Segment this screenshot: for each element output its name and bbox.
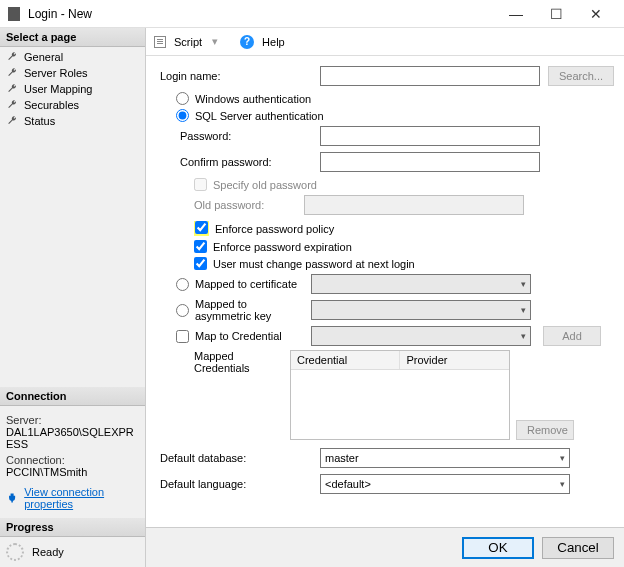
enforce-expiration-label: Enforce password expiration <box>213 241 352 253</box>
mapped-cert-combo[interactable]: ▾ <box>311 274 531 294</box>
chevron-down-icon: ▾ <box>521 331 526 341</box>
enforce-expiration-checkbox[interactable] <box>194 240 207 253</box>
specify-old-password-checkbox <box>194 178 207 191</box>
script-icon <box>154 36 166 48</box>
mapped-cert-label: Mapped to certificate <box>195 278 305 290</box>
must-change-label: User must change password at next login <box>213 258 415 270</box>
password-input[interactable] <box>320 126 540 146</box>
remove-button[interactable]: Remove <box>516 420 574 440</box>
maximize-button[interactable]: ☐ <box>536 0 576 28</box>
nav-status[interactable]: Status <box>0 113 145 129</box>
ok-button[interactable]: OK <box>462 537 534 559</box>
default-language-label: Default language: <box>160 478 290 490</box>
password-label: Password: <box>160 130 290 142</box>
must-change-row[interactable]: User must change password at next login <box>160 257 614 270</box>
page-nav: General Server Roles User Mapping Secura… <box>0 47 145 131</box>
windows-auth-radio-row[interactable]: Windows authentication <box>160 92 614 105</box>
mapped-cert-radio[interactable] <box>176 278 189 291</box>
confirm-password-label: Confirm password: <box>160 156 290 168</box>
chevron-down-icon: ▾ <box>521 305 526 315</box>
mapped-asym-row[interactable]: Mapped to asymmetric key ▾ <box>160 298 614 322</box>
windows-auth-label: Windows authentication <box>195 93 311 105</box>
map-credential-row[interactable]: Map to Credential ▾ Add <box>160 326 614 346</box>
nav-label: General <box>24 51 63 63</box>
default-database-combo[interactable]: master ▾ <box>320 448 570 468</box>
old-password-label: Old password: <box>160 199 290 211</box>
default-database-value: master <box>325 452 359 464</box>
map-credential-combo[interactable]: ▾ <box>311 326 531 346</box>
nav-label: Server Roles <box>24 67 88 79</box>
specify-old-password-row: Specify old password <box>160 178 614 191</box>
enforce-expiration-row[interactable]: Enforce password expiration <box>160 240 614 253</box>
sql-auth-label: SQL Server authentication <box>195 110 324 122</box>
default-language-combo[interactable]: <default> ▾ <box>320 474 570 494</box>
chevron-down-icon: ▾ <box>560 479 565 489</box>
enforce-policy-row[interactable]: Enforce password policy <box>160 221 614 236</box>
chevron-down-icon: ▾ <box>560 453 565 463</box>
confirm-password-input[interactable] <box>320 152 540 172</box>
map-credential-label: Map to Credential <box>195 330 305 342</box>
titlebar: Login - New — ☐ ✕ <box>0 0 624 28</box>
mapped-asym-label: Mapped to asymmetric key <box>195 298 305 322</box>
sql-auth-radio[interactable] <box>176 109 189 122</box>
progress-status: Ready <box>32 546 64 558</box>
enforce-policy-checkbox[interactable] <box>195 221 208 234</box>
search-button[interactable]: Search... <box>548 66 614 86</box>
map-credential-checkbox[interactable] <box>176 330 189 343</box>
window-title: Login - New <box>28 7 496 21</box>
nav-server-roles[interactable]: Server Roles <box>0 65 145 81</box>
progress-spinner-icon <box>6 543 24 561</box>
minimize-button[interactable]: — <box>496 0 536 28</box>
default-language-value: <default> <box>325 478 371 490</box>
view-connection-properties-link[interactable]: View connection properties <box>24 486 139 510</box>
col-credential: Credential <box>291 351 401 369</box>
connection-heading: Connection <box>0 387 145 406</box>
wrench-icon <box>6 99 18 111</box>
credentials-table: Credential Provider <box>290 350 510 440</box>
mapped-asym-combo[interactable]: ▾ <box>311 300 531 320</box>
must-change-checkbox[interactable] <box>194 257 207 270</box>
specify-old-password-label: Specify old password <box>213 179 317 191</box>
login-name-input[interactable] <box>320 66 540 86</box>
nav-label: User Mapping <box>24 83 92 95</box>
mapped-credentials-label: Mapped Credentials <box>160 350 290 374</box>
windows-auth-radio[interactable] <box>176 92 189 105</box>
help-icon: ? <box>240 35 254 49</box>
server-label: Server: <box>6 414 139 426</box>
default-database-label: Default database: <box>160 452 290 464</box>
progress-heading: Progress <box>0 518 145 537</box>
chevron-down-icon: ▾ <box>521 279 526 289</box>
wrench-icon <box>6 83 18 95</box>
enforce-policy-label: Enforce password policy <box>215 223 334 235</box>
wrench-icon <box>6 51 18 63</box>
add-button[interactable]: Add <box>543 326 601 346</box>
connection-icon <box>6 491 18 505</box>
server-value: DAL1LAP3650\SQLEXPRESS <box>6 426 139 450</box>
script-button[interactable]: Script <box>174 36 202 48</box>
old-password-input <box>304 195 524 215</box>
nav-label: Status <box>24 115 55 127</box>
nav-label: Securables <box>24 99 79 111</box>
col-provider: Provider <box>400 351 509 369</box>
nav-securables[interactable]: Securables <box>0 97 145 113</box>
connection-value: PCCIN\TMSmith <box>6 466 139 478</box>
wrench-icon <box>6 115 18 127</box>
login-name-label: Login name: <box>160 70 290 82</box>
mapped-cert-row[interactable]: Mapped to certificate ▾ <box>160 274 614 294</box>
connection-label: Connection: <box>6 454 139 466</box>
select-page-heading: Select a page <box>0 28 145 47</box>
nav-user-mapping[interactable]: User Mapping <box>0 81 145 97</box>
cancel-button[interactable]: Cancel <box>542 537 614 559</box>
dropdown-arrow-icon[interactable]: ▾ <box>212 35 218 48</box>
close-button[interactable]: ✕ <box>576 0 616 28</box>
wrench-icon <box>6 67 18 79</box>
help-button[interactable]: Help <box>262 36 285 48</box>
mapped-asym-radio[interactable] <box>176 304 189 317</box>
app-icon <box>8 7 20 21</box>
sql-auth-radio-row[interactable]: SQL Server authentication <box>160 109 614 122</box>
nav-general[interactable]: General <box>0 49 145 65</box>
